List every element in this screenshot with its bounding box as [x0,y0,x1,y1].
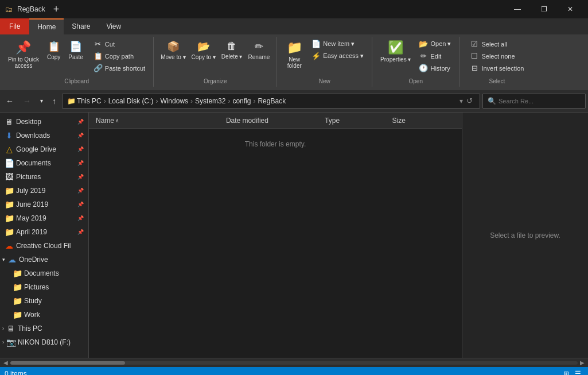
cut-button[interactable]: ✂ Cut [90,38,149,50]
edit-label: Edit [430,53,441,60]
select-all-icon: ☑ [470,40,479,48]
delete-button[interactable]: 🗑 Delete ▾ [219,38,245,62]
scroll-track[interactable] [10,361,578,365]
sidebar-april-label: April 2019 [16,228,75,236]
select-none-button[interactable]: ☐ Select none [466,50,527,62]
new-item-label: New item ▾ [323,40,355,48]
nikon-collapse-icon: › [2,339,4,345]
new-tab-button[interactable]: + [50,3,63,16]
history-button[interactable]: 🕐 History [415,62,454,74]
app-icon: 🗂 [5,5,13,14]
sidebar-item-this-pc[interactable]: › 🖥 This PC [0,322,88,335]
tab-share[interactable]: Share [64,18,98,34]
new-item-button[interactable]: 📄 New item ▾ [308,38,367,50]
sidebar-item-may-2019[interactable]: 📁 May 2019 📌 [0,211,88,225]
sidebar-item-documents[interactable]: 📄 Documents 📌 [0,156,88,170]
scroll-right-button[interactable]: ▶ [578,359,587,366]
sidebar-item-google-drive[interactable]: △ Google Drive 📌 [0,142,88,156]
sidebar-item-onedrive[interactable]: ▾ ☁ OneDrive [0,253,88,266]
tab-home[interactable]: Home [29,18,64,34]
sidebar-item-downloads[interactable]: ⬇ Downloads 📌 [0,129,88,142]
close-button[interactable]: ✕ [557,0,583,18]
onedrive-pictures-icon: 📁 [13,283,22,292]
open-label: Open [372,78,459,84]
copy-path-button[interactable]: 📋 Copy path [90,50,149,62]
up-button[interactable]: ↑ [49,94,60,108]
sidebar-onedrive-documents-label: Documents [24,269,84,277]
new-folder-button[interactable]: 📁 Newfolder [282,38,307,71]
col-header-name[interactable]: Name ∧ [94,117,224,125]
copy-button[interactable]: 📋 Copy [44,38,64,63]
forward-button[interactable]: → [20,94,34,108]
sidebar-item-pictures[interactable]: 🖼 Pictures 📌 [0,170,88,184]
sidebar-item-desktop[interactable]: 🖥 Desktop 📌 [0,115,88,129]
list-view-button[interactable]: ☰ [573,369,583,375]
recent-locations-button[interactable]: ▾ [37,95,46,106]
search-icon: 🔍 [488,97,496,105]
pin-icon: 📌 [77,174,84,180]
nikon-icon: 📷 [6,338,15,347]
sidebar-july-label: July 2019 [16,187,75,195]
onedrive-icon: ☁ [7,255,17,264]
paste-shortcut-button[interactable]: 🔗 Paste shortcut [90,62,149,74]
refresh-button[interactable]: ↺ [464,95,475,106]
col-header-size[interactable]: Size [390,117,457,125]
sidebar-item-onedrive-study[interactable]: 📁 Study [0,294,88,308]
search-input[interactable] [499,98,581,105]
sidebar-item-creative-cloud[interactable]: ☁ Creative Cloud Fil [0,239,88,253]
sidebar-item-july-2019[interactable]: 📁 July 2019 📌 [0,184,88,198]
path-regback: RegBack [258,97,286,105]
move-to-button[interactable]: 📦 Move to ▾ [158,38,188,63]
open-button[interactable]: 📂 Open ▾ [415,38,454,50]
sidebar-item-onedrive-work[interactable]: 📁 Work [0,308,88,322]
paste-button[interactable]: 📄 Paste [65,38,87,63]
scroll-thumb[interactable] [10,361,125,365]
pin-icon: 📌 [15,40,31,55]
sidebar-item-onedrive-documents[interactable]: 📁 Documents [0,266,88,280]
view-controls: ⊞ ☰ [561,369,583,375]
icon-view-button[interactable]: ⊞ [561,369,571,375]
select-none-icon: ☐ [470,52,479,60]
copy-path-icon: 📋 [94,52,103,60]
column-headers: Name ∧ Date modified Type Size [89,113,462,129]
address-path[interactable]: 📁 This PC › Local Disk (C:) › Windows › … [62,94,480,109]
rename-button[interactable]: ✏ Rename [246,38,272,63]
sidebar-creative-cloud-label: Creative Cloud Fil [16,242,84,250]
sidebar-item-nikon[interactable]: › 📷 NIKON D810 (F:) [0,335,88,349]
pin-icon: 📌 [77,229,84,235]
properties-button[interactable]: ✅ Properties ▾ [377,38,414,65]
search-box[interactable]: 🔍 [482,94,586,109]
invert-icon: ⊟ [470,64,479,72]
history-label: History [430,65,450,72]
pin-to-quick-button[interactable]: 📌 Pin to Quickaccess [5,38,42,71]
path-windows: Windows [160,97,188,105]
onedrive-work-icon: 📁 [13,310,22,319]
invert-selection-button[interactable]: ⊟ Invert selection [466,62,527,74]
copy-path-label: Copy path [105,53,134,60]
col-header-type[interactable]: Type [322,117,390,125]
select-all-button[interactable]: ☑ Select all [466,38,527,50]
back-button[interactable]: ← [2,94,17,108]
col-header-date[interactable]: Date modified [224,117,322,125]
minimize-button[interactable]: — [504,0,531,18]
status-bar: 0 items ⊞ ☰ [0,367,588,375]
address-bar-area: ← → ▾ ↑ 📁 This PC › Local Disk (C:) › Wi… [0,90,588,113]
sidebar-june-label: June 2019 [16,200,75,208]
scroll-left-button[interactable]: ◀ [1,359,10,366]
sidebar-item-june-2019[interactable]: 📁 June 2019 📌 [0,198,88,211]
copy-to-button[interactable]: 📂 Copy to ▾ [189,38,218,63]
ribbon-body: 📌 Pin to Quickaccess 📋 Copy 📄 Paste [0,34,588,89]
edit-button[interactable]: ✏ Edit [415,50,454,62]
new-item-icon: 📄 [311,40,321,48]
path-config: config [232,97,251,105]
easy-access-button[interactable]: ⚡ Easy access ▾ [308,50,367,62]
sidebar-item-onedrive-pictures[interactable]: 📁 Pictures [0,280,88,294]
maximize-button[interactable]: ❐ [531,0,557,18]
tab-file[interactable]: File [0,18,29,34]
paste-shortcut-icon: 🔗 [94,64,103,72]
sidebar-google-drive-label: Google Drive [16,145,75,153]
delete-label: Delete ▾ [221,53,243,60]
tab-view[interactable]: View [98,18,129,34]
sidebar-item-april-2019[interactable]: 📁 April 2019 📌 [0,225,88,239]
this-pc-icon: 🖥 [6,324,15,333]
